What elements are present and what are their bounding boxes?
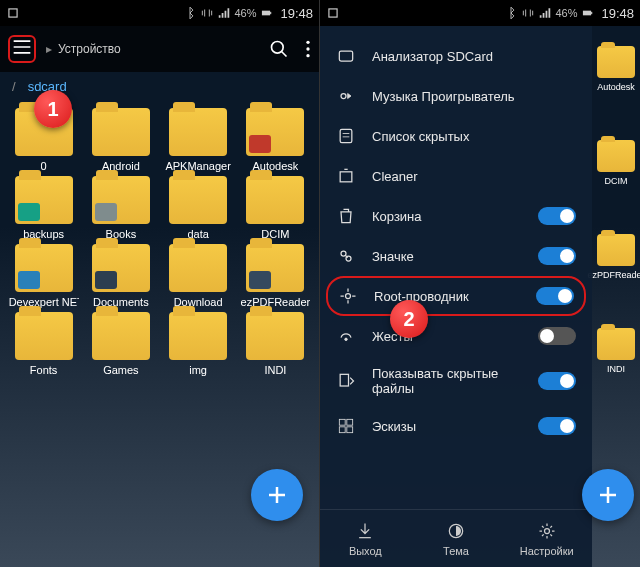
- drawer-item-label: Корзина: [372, 209, 522, 224]
- drawer-list: Анализатор SDCard Музыка Проигрыватель С…: [320, 26, 592, 509]
- drawer-item[interactable]: Список скрытых: [320, 116, 592, 156]
- breadcrumb[interactable]: ▸ Устройство: [46, 42, 121, 56]
- folder-item[interactable]: DCIM: [238, 176, 313, 240]
- folder-item[interactable]: data: [161, 176, 236, 240]
- phone-right: 46% 19:48 Autodesk DCIM ezPDFReader INDI…: [320, 0, 640, 567]
- folder-icon: [246, 312, 304, 360]
- svg-rect-0: [9, 9, 17, 17]
- drawer-item-label: Значке: [372, 249, 522, 264]
- svg-point-4: [306, 41, 309, 44]
- folder-icon: [597, 46, 635, 78]
- drawer-item[interactable]: Музыка Проигрыватель: [320, 76, 592, 116]
- folder-label: ezPDFReader: [587, 270, 640, 280]
- status-bar: 46% 19:48: [0, 0, 319, 26]
- folder-icon: [92, 108, 150, 156]
- svg-rect-12: [340, 129, 352, 142]
- breadcrumb-device: Устройство: [58, 42, 121, 56]
- drawer-bottom-label: Тема: [443, 545, 469, 557]
- folder-item[interactable]: backups: [6, 176, 81, 240]
- path-root[interactable]: /: [12, 79, 16, 94]
- battery-icon: [580, 6, 594, 20]
- menu-button[interactable]: [8, 35, 36, 63]
- toggle-switch[interactable]: [538, 417, 576, 435]
- drawer-item-label: Список скрытых: [372, 129, 576, 144]
- folder-icon: [169, 312, 227, 360]
- folder-item[interactable]: Android: [83, 108, 158, 172]
- folder-item[interactable]: img: [161, 312, 236, 376]
- folder-item-peek[interactable]: INDI: [592, 328, 640, 374]
- folder-item[interactable]: APKManager: [161, 108, 236, 172]
- folder-item[interactable]: Devexpert NET: [6, 244, 81, 308]
- folder-item[interactable]: Games: [83, 312, 158, 376]
- drawer-bottom-button[interactable]: Настройки: [501, 510, 592, 567]
- drawer-item[interactable]: Показывать скрытые файлы: [320, 356, 592, 406]
- drawer-item[interactable]: Cleaner: [320, 156, 592, 196]
- search-icon[interactable]: [269, 39, 289, 59]
- folder-item[interactable]: Documents: [83, 244, 158, 308]
- folder-icon: [246, 176, 304, 224]
- annotation-marker-2: 2: [390, 300, 428, 338]
- folder-label: Games: [103, 364, 138, 376]
- drawer-item[interactable]: Root-проводник: [326, 276, 586, 316]
- svg-rect-9: [592, 12, 593, 14]
- status-bar: 46% 19:48: [320, 0, 640, 26]
- toggle-switch[interactable]: [536, 287, 574, 305]
- svg-point-5: [306, 47, 309, 50]
- drawer-item-icon: [336, 371, 356, 391]
- bluetooth-icon: [183, 6, 197, 20]
- drawer-item[interactable]: Анализатор SDCard: [320, 36, 592, 76]
- folder-item-peek[interactable]: DCIM: [592, 140, 640, 186]
- toggle-switch[interactable]: [538, 207, 576, 225]
- more-icon[interactable]: [305, 39, 311, 59]
- battery-text: 46%: [555, 7, 577, 19]
- drawer-bottom-label: Настройки: [520, 545, 574, 557]
- folder-item-peek[interactable]: Autodesk: [592, 46, 640, 92]
- battery-text: 46%: [234, 7, 256, 19]
- folder-label: Fonts: [30, 364, 58, 376]
- drawer-item[interactable]: Значке: [320, 236, 592, 276]
- folder-item-peek[interactable]: ezPDFReader: [592, 234, 640, 280]
- drawer-item-label: Показывать скрытые файлы: [372, 366, 522, 396]
- folder-icon: [246, 244, 304, 292]
- folder-item[interactable]: Fonts: [6, 312, 81, 376]
- drawer-item-icon: [336, 46, 356, 66]
- fab-add[interactable]: [582, 469, 634, 521]
- svg-rect-7: [329, 9, 337, 17]
- toggle-switch[interactable]: [538, 247, 576, 265]
- fab-add[interactable]: [251, 469, 303, 521]
- drawer-bottom-label: Выход: [349, 545, 382, 557]
- drawer-bottom-button[interactable]: Тема: [411, 510, 502, 567]
- folder-item[interactable]: Autodesk: [238, 108, 313, 172]
- toggle-switch[interactable]: [538, 372, 576, 390]
- drawer-item[interactable]: Эскизы: [320, 406, 592, 446]
- vibrate-icon: [521, 6, 535, 20]
- drawer-item-icon: [336, 86, 356, 106]
- clock: 19:48: [280, 6, 313, 21]
- plus-icon: [596, 483, 620, 507]
- drawer-item[interactable]: Корзина: [320, 196, 592, 236]
- folder-item[interactable]: Download: [161, 244, 236, 308]
- toggle-switch[interactable]: [538, 327, 576, 345]
- bluetooth-icon: [504, 6, 518, 20]
- drawer-item-icon: [336, 166, 356, 186]
- drawer-item-label: Эскизы: [372, 419, 522, 434]
- folder-icon: [92, 244, 150, 292]
- svg-point-16: [346, 294, 351, 299]
- folder-item[interactable]: ezPDFReader: [238, 244, 313, 308]
- plus-icon: [265, 483, 289, 507]
- folder-icon: [15, 312, 73, 360]
- navigation-drawer: Анализатор SDCard Музыка Проигрыватель С…: [320, 26, 592, 567]
- folder-icon: [15, 244, 73, 292]
- drawer-bottom-button[interactable]: Выход: [320, 510, 411, 567]
- drawer-item[interactable]: Жесты: [320, 316, 592, 356]
- folder-icon: [92, 312, 150, 360]
- folder-item[interactable]: Books: [83, 176, 158, 240]
- folder-item[interactable]: INDI: [238, 312, 313, 376]
- folder-label: img: [189, 364, 207, 376]
- drawer-bottom-icon: [355, 521, 375, 541]
- folder-grid: 0 Android APKManager Autodesk backups Bo…: [0, 100, 319, 384]
- folder-icon: [597, 140, 635, 172]
- folder-label: Autodesk: [597, 82, 635, 92]
- svg-rect-13: [340, 172, 352, 182]
- svg-point-11: [341, 94, 346, 99]
